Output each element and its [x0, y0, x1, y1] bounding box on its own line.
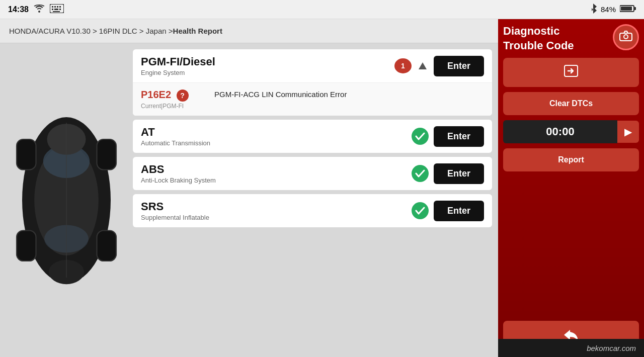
dtc-code-block: P16E2 ? Current|PGM-FI: [141, 89, 206, 110]
svg-rect-15: [17, 231, 36, 261]
srs-subtitle: Supplemental Inflatable: [141, 214, 407, 221]
dtc-source: Current|PGM-FI: [141, 103, 206, 110]
at-subtitle: Automatic Transmission: [141, 139, 407, 147]
error-count-badge: 1: [394, 58, 412, 73]
system-card-abs: ABS Anti-Lock Braking System Enter: [133, 157, 492, 190]
status-right: 84%: [590, 4, 636, 15]
svg-rect-5: [52, 9, 53, 10]
svg-rect-4: [59, 6, 61, 8]
at-title-block: AT Automatic Transmission: [141, 126, 407, 147]
srs-status-badge: [412, 202, 429, 219]
report-button[interactable]: Report: [503, 148, 639, 171]
wifi-icon: [34, 5, 45, 15]
pgm-fi-title: PGM-FI/Diesel: [141, 55, 389, 68]
at-status-badge: [412, 128, 429, 145]
expand-icon: [419, 62, 427, 69]
timer-row: 00:00 ▶: [503, 120, 639, 143]
dtc-panel-header: DiagnosticTrouble Code: [503, 24, 639, 53]
status-left: 14:38: [8, 4, 64, 15]
svg-rect-2: [54, 6, 56, 8]
at-header: AT Automatic Transmission Enter: [133, 120, 492, 153]
svg-point-24: [624, 35, 628, 39]
footer: bekomcar.com: [498, 339, 644, 357]
abs-status-badge: [412, 165, 429, 182]
dtc-code: P16E2: [141, 89, 171, 100]
srs-enter-button[interactable]: Enter: [434, 201, 484, 221]
svg-rect-7: [59, 9, 61, 10]
abs-title: ABS: [141, 163, 407, 176]
svg-rect-6: [54, 9, 58, 10]
srs-title-block: SRS Supplemental Inflatable: [141, 200, 407, 221]
dtc-code-line: P16E2 ?: [141, 89, 206, 102]
camera-button[interactable]: [613, 24, 639, 50]
breadcrumb-current: Health Report: [173, 27, 222, 35]
right-panel: DiagnosticTrouble Code Clear DTCs 00:00 …: [498, 19, 644, 357]
pgm-fi-title-block: PGM-FI/Diesel Engine System: [141, 55, 389, 76]
export-icon: [564, 65, 578, 80]
abs-header: ABS Anti-Lock Braking System Enter: [133, 157, 492, 190]
breadcrumb-path: HONDA/ACURA V10.30 > 16PIN DLC > Japan >: [9, 27, 173, 35]
battery-icon: [620, 5, 636, 14]
pgm-fi-header: PGM-FI/Diesel Engine System 1 Enter: [133, 49, 492, 82]
svg-rect-16: [97, 231, 117, 261]
dtc-help-icon[interactable]: ?: [177, 90, 189, 102]
at-title: AT: [141, 126, 407, 139]
abs-enter-button[interactable]: Enter: [434, 163, 484, 184]
system-card-pgm-fi: PGM-FI/Diesel Engine System 1 Enter: [133, 49, 492, 116]
car-image: [11, 106, 122, 294]
footer-text: bekomcar.com: [587, 344, 636, 352]
bluetooth-icon: [590, 4, 597, 15]
export-button[interactable]: [503, 58, 639, 87]
srs-header: SRS Supplemental Inflatable Enter: [133, 194, 492, 227]
camera-icon: [619, 30, 632, 44]
left-panel: HONDA/ACURA V10.30 > 16PIN DLC > Japan >…: [0, 19, 498, 357]
at-enter-button[interactable]: Enter: [434, 126, 484, 147]
clear-dtcs-label: Clear DTCs: [549, 99, 593, 108]
srs-title: SRS: [141, 200, 407, 213]
battery-percent: 84%: [601, 5, 616, 14]
pgm-fi-enter-button[interactable]: Enter: [434, 56, 484, 76]
time-display: 14:38: [8, 5, 29, 14]
keyboard-icon: [50, 4, 64, 15]
svg-rect-14: [97, 139, 117, 170]
play-icon: ▶: [624, 126, 632, 137]
svg-rect-3: [57, 6, 58, 8]
play-button[interactable]: ▶: [617, 121, 639, 143]
system-card-at: AT Automatic Transmission Enter: [133, 120, 492, 153]
svg-rect-11: [621, 7, 632, 11]
dtc-row: P16E2 ? Current|PGM-FI PGM-FI-ACG LIN Co…: [133, 82, 492, 116]
content-area: PGM-FI/Diesel Engine System 1 Enter: [0, 43, 498, 357]
timer-display: 00:00: [503, 120, 617, 143]
breadcrumb: HONDA/ACURA V10.30 > 16PIN DLC > Japan >…: [0, 19, 498, 43]
svg-rect-10: [634, 7, 636, 10]
svg-rect-8: [53, 11, 60, 12]
car-image-container: [6, 49, 127, 351]
svg-rect-13: [17, 139, 36, 170]
svg-rect-1: [52, 6, 53, 8]
clear-dtcs-button[interactable]: Clear DTCs: [503, 92, 639, 115]
abs-title-block: ABS Anti-Lock Braking System: [141, 163, 407, 184]
system-card-srs: SRS Supplemental Inflatable Enter: [133, 194, 492, 227]
pgm-fi-subtitle: Engine System: [141, 69, 389, 76]
dtc-description: PGM-FI-ACG LIN Communication Error: [214, 89, 347, 100]
error-count: 1: [401, 62, 405, 70]
dtc-panel-title: DiagnosticTrouble Code: [503, 24, 609, 53]
system-list: PGM-FI/Diesel Engine System 1 Enter: [133, 49, 492, 351]
status-bar: 14:38 84%: [0, 0, 644, 19]
main-layout: HONDA/ACURA V10.30 > 16PIN DLC > Japan >…: [0, 19, 644, 357]
report-label: Report: [558, 155, 584, 164]
abs-subtitle: Anti-Lock Braking System: [141, 176, 407, 184]
